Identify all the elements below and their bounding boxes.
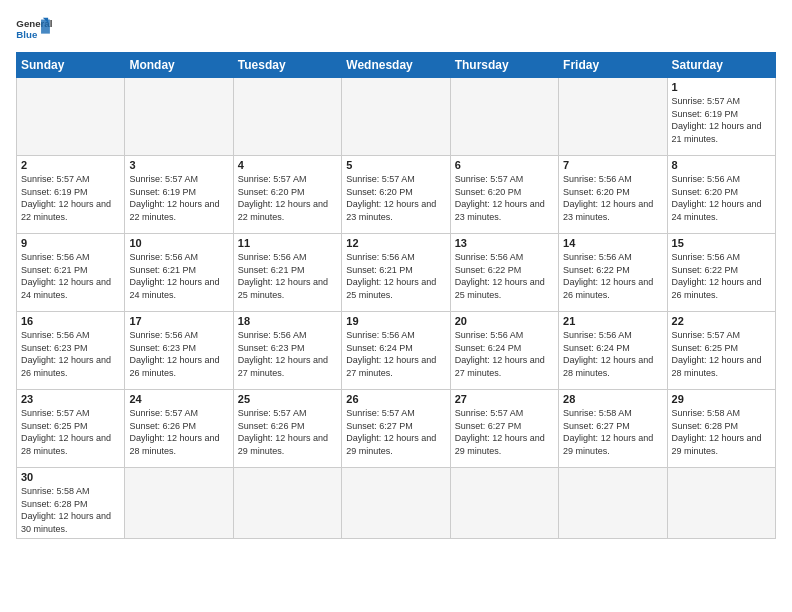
day-number: 2 <box>21 159 120 171</box>
day-number: 29 <box>672 393 771 405</box>
weekday-header-friday: Friday <box>559 53 667 78</box>
weekday-header-monday: Monday <box>125 53 233 78</box>
day-info: Sunrise: 5:57 AMSunset: 6:19 PMDaylight:… <box>672 95 771 145</box>
calendar-cell: 23Sunrise: 5:57 AMSunset: 6:25 PMDayligh… <box>17 390 125 468</box>
day-number: 20 <box>455 315 554 327</box>
day-info: Sunrise: 5:56 AMSunset: 6:24 PMDaylight:… <box>346 329 445 379</box>
calendar-cell <box>233 468 341 539</box>
day-number: 3 <box>129 159 228 171</box>
calendar-week-4: 16Sunrise: 5:56 AMSunset: 6:23 PMDayligh… <box>17 312 776 390</box>
day-info: Sunrise: 5:56 AMSunset: 6:23 PMDaylight:… <box>238 329 337 379</box>
calendar-cell <box>450 78 558 156</box>
calendar-cell: 16Sunrise: 5:56 AMSunset: 6:23 PMDayligh… <box>17 312 125 390</box>
calendar-cell: 19Sunrise: 5:56 AMSunset: 6:24 PMDayligh… <box>342 312 450 390</box>
calendar-cell: 10Sunrise: 5:56 AMSunset: 6:21 PMDayligh… <box>125 234 233 312</box>
calendar-cell <box>342 78 450 156</box>
header-area: General Blue <box>16 10 776 46</box>
day-number: 16 <box>21 315 120 327</box>
calendar-cell <box>125 78 233 156</box>
day-number: 24 <box>129 393 228 405</box>
calendar-cell: 22Sunrise: 5:57 AMSunset: 6:25 PMDayligh… <box>667 312 775 390</box>
day-info: Sunrise: 5:56 AMSunset: 6:21 PMDaylight:… <box>129 251 228 301</box>
day-info: Sunrise: 5:57 AMSunset: 6:19 PMDaylight:… <box>21 173 120 223</box>
day-info: Sunrise: 5:58 AMSunset: 6:28 PMDaylight:… <box>21 485 120 535</box>
calendar-cell: 1Sunrise: 5:57 AMSunset: 6:19 PMDaylight… <box>667 78 775 156</box>
day-info: Sunrise: 5:56 AMSunset: 6:20 PMDaylight:… <box>563 173 662 223</box>
day-number: 6 <box>455 159 554 171</box>
day-number: 25 <box>238 393 337 405</box>
calendar-table: SundayMondayTuesdayWednesdayThursdayFrid… <box>16 52 776 539</box>
day-info: Sunrise: 5:56 AMSunset: 6:23 PMDaylight:… <box>21 329 120 379</box>
calendar-cell <box>233 78 341 156</box>
day-number: 4 <box>238 159 337 171</box>
day-info: Sunrise: 5:56 AMSunset: 6:21 PMDaylight:… <box>346 251 445 301</box>
calendar-cell: 20Sunrise: 5:56 AMSunset: 6:24 PMDayligh… <box>450 312 558 390</box>
day-number: 27 <box>455 393 554 405</box>
day-info: Sunrise: 5:57 AMSunset: 6:20 PMDaylight:… <box>455 173 554 223</box>
day-number: 13 <box>455 237 554 249</box>
day-number: 18 <box>238 315 337 327</box>
calendar-cell <box>17 78 125 156</box>
day-info: Sunrise: 5:57 AMSunset: 6:27 PMDaylight:… <box>346 407 445 457</box>
weekday-header-thursday: Thursday <box>450 53 558 78</box>
calendar-cell: 21Sunrise: 5:56 AMSunset: 6:24 PMDayligh… <box>559 312 667 390</box>
generalblue-logo-icon: General Blue <box>16 16 52 46</box>
day-info: Sunrise: 5:57 AMSunset: 6:25 PMDaylight:… <box>672 329 771 379</box>
page: General Blue SundayMondayTuesdayWednesda… <box>0 0 792 549</box>
svg-marker-2 <box>41 20 50 34</box>
day-number: 26 <box>346 393 445 405</box>
day-info: Sunrise: 5:56 AMSunset: 6:21 PMDaylight:… <box>21 251 120 301</box>
day-number: 12 <box>346 237 445 249</box>
day-info: Sunrise: 5:57 AMSunset: 6:26 PMDaylight:… <box>238 407 337 457</box>
day-info: Sunrise: 5:56 AMSunset: 6:24 PMDaylight:… <box>563 329 662 379</box>
day-info: Sunrise: 5:56 AMSunset: 6:22 PMDaylight:… <box>455 251 554 301</box>
svg-text:Blue: Blue <box>16 29 38 40</box>
weekday-header-wednesday: Wednesday <box>342 53 450 78</box>
day-number: 10 <box>129 237 228 249</box>
day-info: Sunrise: 5:56 AMSunset: 6:22 PMDaylight:… <box>672 251 771 301</box>
calendar-cell: 8Sunrise: 5:56 AMSunset: 6:20 PMDaylight… <box>667 156 775 234</box>
calendar-cell: 12Sunrise: 5:56 AMSunset: 6:21 PMDayligh… <box>342 234 450 312</box>
calendar-cell: 24Sunrise: 5:57 AMSunset: 6:26 PMDayligh… <box>125 390 233 468</box>
day-number: 9 <box>21 237 120 249</box>
calendar-cell: 13Sunrise: 5:56 AMSunset: 6:22 PMDayligh… <box>450 234 558 312</box>
calendar-cell: 18Sunrise: 5:56 AMSunset: 6:23 PMDayligh… <box>233 312 341 390</box>
calendar-cell: 3Sunrise: 5:57 AMSunset: 6:19 PMDaylight… <box>125 156 233 234</box>
calendar-cell <box>559 78 667 156</box>
day-number: 8 <box>672 159 771 171</box>
day-number: 21 <box>563 315 662 327</box>
day-info: Sunrise: 5:57 AMSunset: 6:19 PMDaylight:… <box>129 173 228 223</box>
calendar-cell: 25Sunrise: 5:57 AMSunset: 6:26 PMDayligh… <box>233 390 341 468</box>
calendar-cell: 9Sunrise: 5:56 AMSunset: 6:21 PMDaylight… <box>17 234 125 312</box>
weekday-header-tuesday: Tuesday <box>233 53 341 78</box>
logo: General Blue <box>16 16 52 46</box>
day-number: 5 <box>346 159 445 171</box>
day-info: Sunrise: 5:56 AMSunset: 6:24 PMDaylight:… <box>455 329 554 379</box>
calendar-cell: 4Sunrise: 5:57 AMSunset: 6:20 PMDaylight… <box>233 156 341 234</box>
calendar-cell: 28Sunrise: 5:58 AMSunset: 6:27 PMDayligh… <box>559 390 667 468</box>
day-info: Sunrise: 5:57 AMSunset: 6:25 PMDaylight:… <box>21 407 120 457</box>
weekday-header-sunday: Sunday <box>17 53 125 78</box>
calendar-cell: 14Sunrise: 5:56 AMSunset: 6:22 PMDayligh… <box>559 234 667 312</box>
day-number: 30 <box>21 471 120 483</box>
day-number: 19 <box>346 315 445 327</box>
day-number: 28 <box>563 393 662 405</box>
day-info: Sunrise: 5:56 AMSunset: 6:22 PMDaylight:… <box>563 251 662 301</box>
calendar-cell: 11Sunrise: 5:56 AMSunset: 6:21 PMDayligh… <box>233 234 341 312</box>
calendar-cell: 6Sunrise: 5:57 AMSunset: 6:20 PMDaylight… <box>450 156 558 234</box>
day-number: 22 <box>672 315 771 327</box>
day-info: Sunrise: 5:57 AMSunset: 6:20 PMDaylight:… <box>238 173 337 223</box>
calendar-week-1: 1Sunrise: 5:57 AMSunset: 6:19 PMDaylight… <box>17 78 776 156</box>
calendar-cell: 27Sunrise: 5:57 AMSunset: 6:27 PMDayligh… <box>450 390 558 468</box>
day-info: Sunrise: 5:57 AMSunset: 6:20 PMDaylight:… <box>346 173 445 223</box>
day-info: Sunrise: 5:56 AMSunset: 6:20 PMDaylight:… <box>672 173 771 223</box>
day-info: Sunrise: 5:56 AMSunset: 6:21 PMDaylight:… <box>238 251 337 301</box>
calendar-cell <box>125 468 233 539</box>
day-info: Sunrise: 5:58 AMSunset: 6:27 PMDaylight:… <box>563 407 662 457</box>
day-number: 7 <box>563 159 662 171</box>
calendar-cell <box>559 468 667 539</box>
calendar-cell <box>450 468 558 539</box>
calendar-cell: 7Sunrise: 5:56 AMSunset: 6:20 PMDaylight… <box>559 156 667 234</box>
day-info: Sunrise: 5:58 AMSunset: 6:28 PMDaylight:… <box>672 407 771 457</box>
day-number: 14 <box>563 237 662 249</box>
